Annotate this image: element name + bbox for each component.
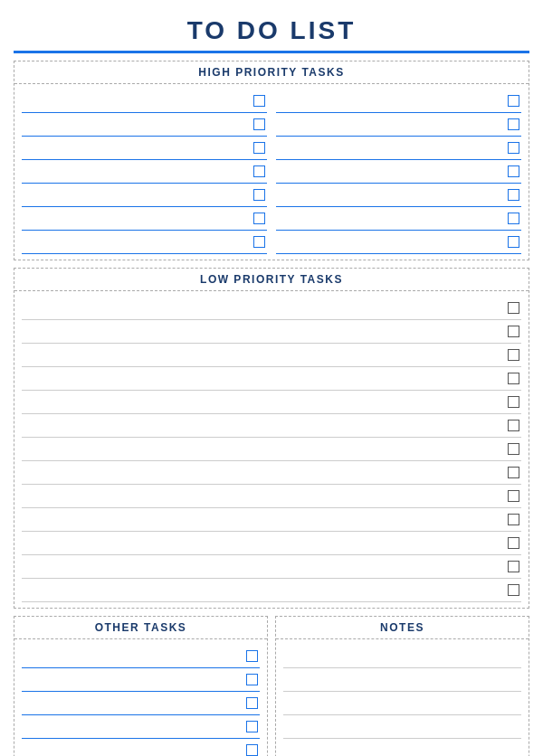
table-row: [22, 367, 521, 391]
table-row: [22, 645, 260, 668]
table-row: [22, 579, 521, 602]
list-item: [283, 645, 521, 668]
table-row: [276, 113, 521, 137]
table-row: [22, 438, 521, 461]
list-item: [283, 692, 521, 715]
checkbox[interactable]: [508, 189, 519, 201]
other-tasks-section: OTHER TASKS: [14, 616, 268, 756]
table-row: [22, 391, 521, 414]
table-row: [22, 692, 260, 715]
table-row: [276, 207, 521, 231]
checkbox[interactable]: [508, 349, 519, 361]
table-row: [22, 231, 267, 254]
checkbox[interactable]: [246, 721, 258, 732]
other-tasks-header: OTHER TASKS: [14, 617, 267, 639]
list-item: [283, 668, 521, 692]
checkbox[interactable]: [246, 697, 258, 709]
checkbox[interactable]: [508, 420, 519, 431]
checkbox[interactable]: [253, 236, 265, 248]
high-priority-section: HIGH PRIORITY TASKS: [14, 61, 529, 260]
table-row: [22, 555, 521, 579]
checkbox[interactable]: [508, 236, 519, 248]
bottom-row: OTHER TASKS NOTES: [14, 616, 529, 756]
checkbox[interactable]: [508, 514, 519, 525]
table-row: [22, 297, 521, 320]
table-row: [276, 184, 521, 207]
table-row: [22, 90, 267, 113]
table-row: [276, 137, 521, 160]
high-priority-header: HIGH PRIORITY TASKS: [14, 61, 529, 84]
checkbox[interactable]: [253, 165, 265, 177]
table-row: [22, 485, 521, 508]
table-row: [22, 532, 521, 555]
table-row: [22, 508, 521, 532]
table-row: [22, 207, 267, 231]
low-priority-section: LOW PRIORITY TASKS: [14, 268, 529, 609]
low-priority-header: LOW PRIORITY TASKS: [14, 269, 529, 291]
notes-header: NOTES: [276, 617, 529, 639]
table-row: [22, 668, 260, 692]
checkbox[interactable]: [508, 467, 519, 478]
table-row: [276, 90, 521, 113]
checkbox[interactable]: [508, 396, 519, 408]
table-row: [22, 715, 260, 739]
high-priority-body: [14, 84, 529, 260]
low-priority-body: [14, 291, 529, 608]
checkbox[interactable]: [246, 650, 258, 662]
checkbox[interactable]: [508, 95, 519, 107]
checkbox[interactable]: [253, 189, 265, 201]
table-row: [22, 113, 267, 137]
checkbox[interactable]: [508, 584, 519, 596]
checkbox[interactable]: [508, 142, 519, 154]
table-row: [276, 231, 521, 254]
checkbox[interactable]: [253, 118, 265, 130]
notes-body: [276, 639, 529, 756]
table-row: [22, 344, 521, 367]
checkbox[interactable]: [508, 373, 519, 384]
checkbox[interactable]: [246, 674, 258, 685]
checkbox[interactable]: [508, 326, 519, 337]
table-row: [22, 461, 521, 485]
other-tasks-body: [14, 639, 267, 756]
table-row: [22, 137, 267, 160]
table-row: [22, 184, 267, 207]
high-priority-right-column: [276, 90, 521, 254]
table-row: [22, 320, 521, 344]
checkbox[interactable]: [508, 213, 519, 224]
list-item: [283, 739, 521, 756]
checkbox[interactable]: [508, 443, 519, 455]
notes-section: NOTES: [275, 616, 529, 756]
page-title: TO DO LIST: [14, 9, 529, 53]
list-item: [283, 715, 521, 739]
table-row: [22, 414, 521, 438]
checkbox[interactable]: [508, 165, 519, 177]
table-row: [22, 739, 260, 756]
checkbox[interactable]: [508, 118, 519, 130]
checkbox[interactable]: [508, 490, 519, 502]
checkbox[interactable]: [508, 561, 519, 572]
checkbox[interactable]: [253, 213, 265, 224]
checkbox[interactable]: [246, 744, 258, 756]
checkbox[interactable]: [508, 537, 519, 549]
checkbox[interactable]: [253, 95, 265, 107]
high-priority-left-column: [22, 90, 267, 254]
table-row: [276, 160, 521, 184]
checkbox[interactable]: [253, 142, 265, 154]
table-row: [22, 160, 267, 184]
checkbox[interactable]: [508, 302, 519, 314]
